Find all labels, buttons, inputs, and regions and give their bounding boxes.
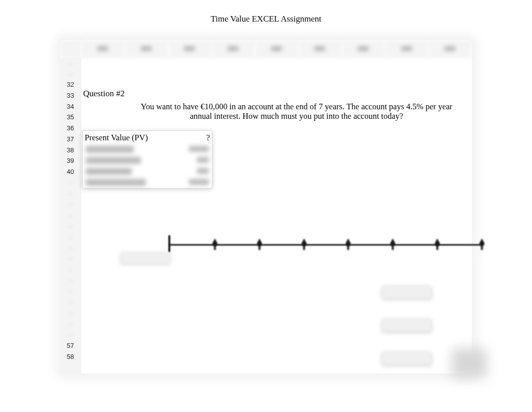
question-label: Question #2 <box>83 89 125 99</box>
timeline-tick-label: · <box>302 251 304 259</box>
row-number: ·· <box>60 69 81 80</box>
timeline-start-button <box>120 252 170 264</box>
timeline: ······· <box>120 238 481 258</box>
pv-value: ? <box>206 133 211 143</box>
right-button-stack <box>382 286 442 385</box>
row-number: ·· <box>60 253 81 264</box>
blurred-text <box>197 168 209 174</box>
row-number: ·· <box>60 329 81 340</box>
column-header <box>428 40 472 58</box>
timeline-tick-label: · <box>257 251 259 259</box>
column-header-row <box>60 40 472 58</box>
row-number: ·· <box>60 264 81 275</box>
row-header-gutter: ····323334353637383940··················… <box>60 58 81 373</box>
timeline-start-tick <box>168 235 170 252</box>
row-number: ·· <box>60 177 81 188</box>
column-header <box>255 40 299 58</box>
sheet-body: Question #2 You want to have €10,000 in … <box>81 58 472 373</box>
row-number: 33 <box>60 90 81 101</box>
row-number: 36 <box>60 123 81 134</box>
blurred-text <box>86 179 146 186</box>
row-number: ·· <box>60 243 81 254</box>
timeline-tick-dot <box>346 241 351 246</box>
row-number: 58 <box>60 351 81 362</box>
timeline-tick-dot <box>257 241 262 246</box>
column-header <box>385 40 429 58</box>
column-header <box>125 40 168 58</box>
pv-row: Present Value (PV) ? <box>85 133 211 143</box>
timeline-tick-label: · <box>436 251 437 259</box>
row-number: 32 <box>60 79 81 90</box>
row-number: ·· <box>60 210 81 221</box>
spreadsheet-preview: ····323334353637383940··················… <box>60 40 472 373</box>
row-number: ·· <box>60 286 81 297</box>
row-number: 39 <box>60 155 81 166</box>
blurred-button <box>382 319 432 332</box>
blurred-text <box>86 157 141 164</box>
blurred-text <box>86 146 134 153</box>
row-number: ·· <box>60 188 81 199</box>
blurred-button <box>382 352 432 365</box>
select-all-corner <box>60 40 81 58</box>
blurred-text <box>197 157 209 163</box>
row-number: ·· <box>60 58 81 69</box>
row-number: ·· <box>60 319 81 330</box>
row-number: ·· <box>60 232 81 243</box>
row-number: 37 <box>60 134 81 145</box>
row-number: 34 <box>60 101 81 112</box>
row-number: ·· <box>60 199 81 210</box>
column-header <box>342 40 385 58</box>
column-header <box>298 40 342 58</box>
blurred-text <box>189 179 209 185</box>
row-number: ·· <box>60 221 81 232</box>
row-number: 38 <box>60 145 81 156</box>
row-number: 35 <box>60 112 81 123</box>
timeline-tick-dot <box>479 241 484 246</box>
blurred-text <box>189 146 209 152</box>
pv-input-box: Present Value (PV) ? <box>82 130 212 188</box>
timeline-tick-dot <box>435 241 440 246</box>
timeline-tick-label: · <box>391 251 393 259</box>
blurred-text <box>86 168 132 175</box>
column-header <box>211 40 255 58</box>
row-number: 40 <box>60 166 81 177</box>
timeline-tick-label: · <box>347 251 348 259</box>
page-title: Time Value EXCEL Assignment <box>0 0 532 24</box>
pv-label: Present Value (PV) <box>85 133 148 143</box>
column-header <box>81 40 125 58</box>
column-header <box>168 40 211 58</box>
question-text: You want to have €10,000 in an account a… <box>131 102 462 121</box>
timeline-tick-dot <box>302 241 307 246</box>
timeline-tick-dot <box>390 241 395 246</box>
timeline-tick-dot <box>212 241 217 246</box>
timeline-tick-label: · <box>213 251 214 259</box>
blurred-button <box>382 286 432 299</box>
row-number: ·· <box>60 275 81 286</box>
row-number: ·· <box>60 308 81 319</box>
blurred-region <box>452 348 487 378</box>
timeline-tick-label: · <box>480 251 482 259</box>
row-number: 57 <box>60 340 81 351</box>
row-number: ·· <box>60 297 81 308</box>
